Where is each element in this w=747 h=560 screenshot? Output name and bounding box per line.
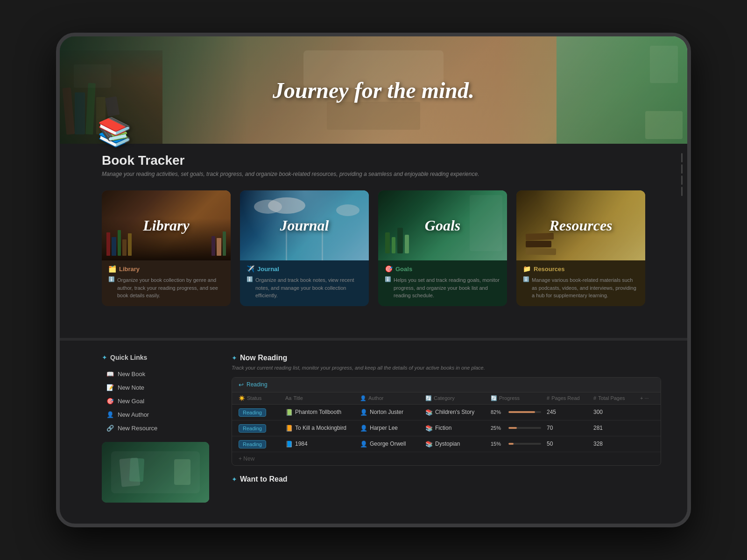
thumbnail-overlay <box>102 442 209 503</box>
progress-fill-1 <box>508 411 535 413</box>
page-subtitle: Manage your reading activities, set goal… <box>102 171 645 177</box>
card-title-library: Library <box>143 217 190 234</box>
th-actions: + ··· <box>640 395 654 401</box>
card-icon-library: 🗂️ <box>108 265 116 273</box>
hero-title: Journey for the mind. <box>273 77 474 103</box>
cell-progress-1: 82% <box>491 409 547 415</box>
reading-tab-label: Reading <box>247 381 268 388</box>
info-icon-journal: ℹ️ <box>247 276 253 282</box>
th-progress: 🔄 Progress <box>491 395 547 401</box>
page-content[interactable]: Journey for the mind. 📚 Book Tracker Man… <box>60 36 687 524</box>
th-title: Aa Title <box>285 395 360 401</box>
card-image-goals: Goals <box>378 190 507 260</box>
scroll-indicator <box>681 153 683 196</box>
quick-links-panel: ✦ Quick Links 📖 New Book 📝 New Note <box>102 354 218 503</box>
now-reading-title: Now Reading <box>240 354 287 362</box>
progress-fill-3 <box>508 443 514 445</box>
card-title-goals: Goals <box>425 217 460 234</box>
page-title: Book Tracker <box>102 153 645 168</box>
cell-total-pages-2: 281 <box>593 425 640 431</box>
cell-title-icon-2: 📙 <box>285 425 293 432</box>
table-header: ☀️ Status Aa Title 👤 Author <box>232 392 661 405</box>
new-author-icon: 👤 <box>106 411 114 418</box>
card-title-resources: Resources <box>549 217 612 234</box>
quick-link-new-goal[interactable]: 🎯 New Goal <box>102 395 218 407</box>
quick-links-title: Quick Links <box>110 354 147 361</box>
progress-bg-3 <box>508 443 541 445</box>
now-reading-header: ✦ Now Reading <box>232 354 661 362</box>
card-icon-goals: 🎯 <box>385 265 393 273</box>
card-info-title-library: Library <box>119 266 140 273</box>
quick-link-new-note[interactable]: 📝 New Note <box>102 381 218 394</box>
card-info-library: 🗂️ Library ℹ️ Organize your book collect… <box>102 260 231 306</box>
cell-title-icon-3: 📘 <box>285 441 293 448</box>
th-author: 👤 Author <box>360 395 425 401</box>
card-icon-resources: 📁 <box>523 265 531 273</box>
new-goal-label: New Goal <box>118 398 144 405</box>
reading-tab[interactable]: ↩ Reading <box>232 378 661 392</box>
th-total-pages: # Total Pages <box>593 395 640 401</box>
card-image-resources: Resources <box>516 190 645 260</box>
want-read-title: Want to Read <box>240 475 288 483</box>
card-desc-journal: Organize and track book notes, view rece… <box>255 276 362 300</box>
quick-link-new-resource[interactable]: 🔗 New Resource <box>102 422 218 434</box>
cards-grid: Library 🗂️ Library ℹ️ Organize your book… <box>102 190 645 306</box>
status-badge-2: Reading <box>239 424 266 433</box>
th-title-icon: Aa <box>285 395 291 401</box>
card-info-resources: 📁 Resources ℹ️ Manage various book-relat… <box>516 260 645 306</box>
card-journal[interactable]: Journal ✈️ Journal ℹ️ Organize and track… <box>240 190 369 306</box>
card-library[interactable]: Library 🗂️ Library ℹ️ Organize your book… <box>102 190 231 306</box>
cell-progress-3: 15% <box>491 441 547 447</box>
cell-author-1: 👤 Norton Juster <box>360 409 425 416</box>
th-status-icon: ☀️ <box>239 395 245 401</box>
cell-pages-read-2: 70 <box>547 425 593 431</box>
want-to-read-header: ✦ Want to Read <box>232 475 661 483</box>
card-label-overlay-resources: Resources <box>516 190 645 260</box>
card-image-journal: Journal <box>240 190 369 260</box>
card-image-library: Library <box>102 190 231 260</box>
cell-status-3: Reading <box>239 440 285 448</box>
cell-author-2: 👤 Harper Lee <box>360 425 425 432</box>
table-row[interactable]: Reading 📗 Phantom Tollbooth 👤 Norton Jus… <box>232 405 661 420</box>
card-info-title-journal: Journal <box>257 266 279 273</box>
card-label-overlay-journal: Journal <box>240 190 369 260</box>
card-desc-library: Organize your book collection by genre a… <box>117 276 224 300</box>
info-icon-library: ℹ️ <box>108 276 115 282</box>
cell-progress-2: 25% <box>491 425 547 431</box>
info-icon-goals: ℹ️ <box>385 276 391 282</box>
card-desc-resources: Manage various book-related materials su… <box>532 276 639 300</box>
want-read-icon: ✦ <box>232 476 237 483</box>
hero-banner: Journey for the mind. <box>60 36 687 144</box>
cell-status-1: Reading <box>239 408 285 417</box>
card-info-title-resources: Resources <box>534 266 564 273</box>
cell-author-icon-1: 👤 <box>360 409 367 416</box>
cell-pages-read-1: 245 <box>547 409 593 415</box>
card-title-journal: Journal <box>280 217 329 234</box>
card-info-goals: 🎯 Goals ℹ️ Helps you set and track readi… <box>378 260 507 306</box>
reading-tab-icon: ↩ <box>239 381 244 388</box>
cell-title-2: 📙 To Kill a Mockingbird <box>285 425 360 432</box>
new-note-label: New Note <box>118 384 144 391</box>
cell-author-icon-3: 👤 <box>360 441 367 448</box>
cell-title-icon-1: 📗 <box>285 409 293 416</box>
quick-link-new-author[interactable]: 👤 New Author <box>102 408 218 421</box>
cell-title-3: 📘 1984 <box>285 441 360 448</box>
new-author-label: New Author <box>118 411 149 418</box>
quick-link-new-book[interactable]: 📖 New Book <box>102 368 218 380</box>
cell-author-icon-2: 👤 <box>360 425 367 432</box>
now-reading-subtitle: Track your current reading list, monitor… <box>232 365 661 371</box>
card-resources[interactable]: Resources 📁 Resources ℹ️ Manage various … <box>516 190 645 306</box>
new-note-icon: 📝 <box>106 384 114 391</box>
main-content: Book Tracker Manage your reading activit… <box>60 144 687 338</box>
th-category: 🔄 Category <box>425 395 491 401</box>
quick-links-icon: ✦ <box>102 354 107 361</box>
card-label-overlay-goals: Goals <box>378 190 507 260</box>
card-goals[interactable]: Goals 🎯 Goals ℹ️ Helps you set and track… <box>378 190 507 306</box>
info-icon-resources: ℹ️ <box>523 276 529 282</box>
reading-table: ↩ Reading ☀️ Status Aa Title <box>232 377 661 466</box>
add-new-button[interactable]: + New <box>232 452 661 465</box>
cell-status-2: Reading <box>239 424 285 433</box>
table-row[interactable]: Reading 📘 1984 👤 George Orwell <box>232 436 661 452</box>
table-row[interactable]: Reading 📙 To Kill a Mockingbird 👤 Harper… <box>232 420 661 436</box>
quick-links-list: 📖 New Book 📝 New Note 🎯 New Goal 👤 <box>102 368 218 434</box>
